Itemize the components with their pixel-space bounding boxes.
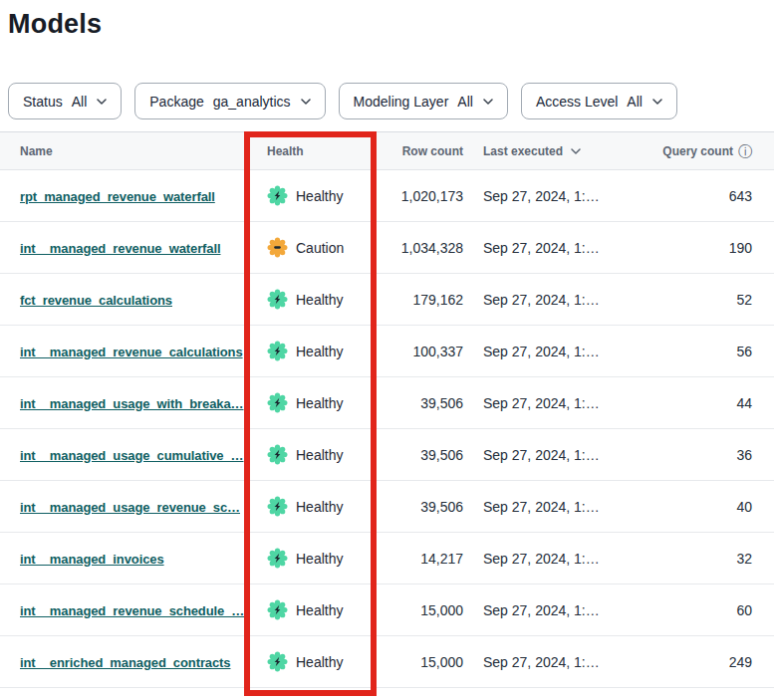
filter-dropdown-status[interactable]: Status All xyxy=(8,83,122,119)
last-executed-value: Sep 27, 2024, 1:… xyxy=(463,395,638,411)
row-count-value: 1,020,173 xyxy=(377,188,463,204)
column-header-row-count: Row count xyxy=(377,144,463,158)
column-header-query-count: Query count ⓘ xyxy=(638,144,774,158)
healthy-badge-icon xyxy=(267,289,288,310)
row-count-value: 15,000 xyxy=(377,654,463,670)
last-executed-value: Sep 27, 2024, 1:… xyxy=(463,292,638,308)
query-count-value: 56 xyxy=(638,344,774,359)
healthy-badge-icon xyxy=(267,444,288,465)
table-header-row: Name Health Row count Last executed Quer… xyxy=(0,131,774,170)
chevron-down-icon xyxy=(97,99,107,105)
query-count-value: 44 xyxy=(638,395,774,411)
models-table: Name Health Row count Last executed Quer… xyxy=(0,131,774,688)
table-row: int__managed_usage_cumulative_… Healthy … xyxy=(0,429,774,481)
filter-dropdown-access-level[interactable]: Access Level All xyxy=(521,83,677,119)
health-cell: Healthy xyxy=(244,496,377,517)
health-cell: Healthy xyxy=(244,289,377,310)
health-status-label: Healthy xyxy=(296,551,343,567)
query-count-value: 40 xyxy=(638,499,774,515)
filter-label: Modeling Layer xyxy=(354,94,449,110)
last-executed-value: Sep 27, 2024, 1:… xyxy=(463,499,638,515)
model-name-link[interactable]: fct_revenue_calculations xyxy=(20,293,172,308)
chevron-down-icon xyxy=(652,99,662,105)
table-row: int__managed_usage_with_breaka… Healthy … xyxy=(0,377,774,429)
health-status-label: Healthy xyxy=(296,447,343,463)
row-count-value: 39,506 xyxy=(377,395,463,411)
model-name-link[interactable]: int__managed_revenue_schedule_… xyxy=(20,603,244,618)
query-count-value: 60 xyxy=(638,602,774,618)
row-count-value: 39,506 xyxy=(377,447,463,463)
healthy-badge-icon xyxy=(267,392,288,413)
health-status-label: Caution xyxy=(296,240,344,256)
models-page: Models Status All Package ga_analytics M… xyxy=(0,7,774,700)
query-count-value: 190 xyxy=(638,240,774,256)
filter-value: ga_analytics xyxy=(213,94,291,110)
row-count-value: 1,034,328 xyxy=(377,240,463,256)
chevron-down-icon xyxy=(301,99,311,105)
last-executed-value: Sep 27, 2024, 1:… xyxy=(463,240,638,256)
healthy-badge-icon xyxy=(267,341,288,361)
health-status-label: Healthy xyxy=(296,499,343,515)
model-name-link[interactable]: int__managed_invoices xyxy=(20,552,164,567)
column-header-last-executed[interactable]: Last executed xyxy=(463,144,638,158)
table-row: rpt_managed_revenue_waterfall Healthy 1,… xyxy=(0,170,774,222)
model-name-link[interactable]: rpt_managed_revenue_waterfall xyxy=(20,189,215,204)
row-count-value: 179,162 xyxy=(377,292,463,308)
health-cell: Healthy xyxy=(244,392,377,413)
health-cell: Healthy xyxy=(244,444,377,465)
last-executed-value: Sep 27, 2024, 1:… xyxy=(463,602,638,618)
healthy-badge-icon xyxy=(267,548,288,569)
health-cell: Healthy xyxy=(244,341,377,361)
table-row: int__managed_usage_revenue_sc… Healthy 3… xyxy=(0,481,774,533)
filter-label: Status xyxy=(23,94,63,110)
row-count-value: 14,217 xyxy=(377,551,463,567)
health-status-label: Healthy xyxy=(296,292,343,308)
info-icon[interactable]: ⓘ xyxy=(738,144,752,158)
last-executed-value: Sep 27, 2024, 1:… xyxy=(463,551,638,567)
model-name-link[interactable]: int__managed_revenue_waterfall xyxy=(20,241,220,256)
page-title: Models xyxy=(8,7,774,41)
model-name-cell: int__managed_revenue_schedule_… xyxy=(0,601,244,619)
model-name-cell: int__managed_revenue_calculations xyxy=(0,343,244,360)
health-cell: Healthy xyxy=(244,185,377,206)
model-name-cell: int__enriched_managed_contracts xyxy=(0,653,244,671)
model-name-cell: int__managed_usage_revenue_sc… xyxy=(0,498,244,516)
model-name-link[interactable]: int__managed_usage_cumulative_… xyxy=(20,448,244,463)
health-cell: Healthy xyxy=(244,651,377,672)
last-executed-value: Sep 27, 2024, 1:… xyxy=(463,188,638,204)
query-count-value: 36 xyxy=(638,447,774,463)
caution-badge-icon xyxy=(267,237,288,258)
health-cell: Caution xyxy=(244,237,377,258)
query-count-value: 52 xyxy=(638,292,774,308)
filter-dropdown-modeling-layer[interactable]: Modeling Layer All xyxy=(339,83,508,119)
table-row: int__managed_revenue_calculations Health… xyxy=(0,326,774,377)
healthy-badge-icon xyxy=(267,185,288,206)
last-executed-value: Sep 27, 2024, 1:… xyxy=(463,344,638,359)
healthy-badge-icon xyxy=(267,599,288,620)
model-name-link[interactable]: int__enriched_managed_contracts xyxy=(20,655,230,670)
filter-label: Package xyxy=(149,94,203,110)
row-count-value: 100,337 xyxy=(377,344,463,359)
filter-bar: Status All Package ga_analytics Modeling… xyxy=(8,83,766,119)
model-name-cell: int__managed_usage_with_breaka… xyxy=(0,394,244,412)
model-name-link[interactable]: int__managed_revenue_calculations xyxy=(20,345,243,359)
query-count-value: 249 xyxy=(638,654,774,670)
healthy-badge-icon xyxy=(267,651,288,672)
model-name-link[interactable]: int__managed_usage_with_breaka… xyxy=(20,396,244,411)
health-cell: Healthy xyxy=(244,599,377,620)
sort-chevron-down-icon xyxy=(571,148,581,154)
filter-value: All xyxy=(72,94,88,110)
model-name-cell: int__managed_invoices xyxy=(0,550,244,568)
model-name-cell: int__managed_revenue_waterfall xyxy=(0,239,244,257)
health-status-label: Healthy xyxy=(296,654,343,670)
model-name-link[interactable]: int__managed_usage_revenue_sc… xyxy=(20,500,240,515)
filter-dropdown-package[interactable]: Package ga_analytics xyxy=(134,83,325,119)
filter-value: All xyxy=(457,94,473,110)
query-count-value: 32 xyxy=(638,551,774,567)
health-status-label: Healthy xyxy=(296,395,343,411)
health-status-label: Healthy xyxy=(296,188,343,204)
health-status-label: Healthy xyxy=(296,602,343,618)
filter-value: All xyxy=(627,94,643,110)
model-name-cell: fct_revenue_calculations xyxy=(0,291,244,309)
healthy-badge-icon xyxy=(267,496,288,517)
